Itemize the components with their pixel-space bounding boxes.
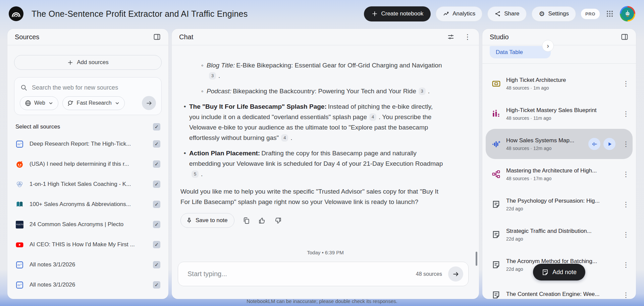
youtube-icon <box>15 241 24 249</box>
report-icon <box>491 260 501 270</box>
notebook-doc-icon: m+ <box>15 281 24 289</box>
create-notebook-button[interactable]: Create notebook <box>364 6 431 21</box>
citation-chip[interactable]: 5 <box>192 170 199 178</box>
chat-input[interactable] <box>187 270 410 278</box>
source-checkbox[interactable]: ✓ <box>153 140 160 148</box>
globe-icon <box>24 100 32 107</box>
chat-bullet: • The "Buy It For Life Basecamp" Splash … <box>180 101 444 143</box>
studio-title: Studio <box>490 33 509 41</box>
flashcards-icon <box>491 79 501 89</box>
web-search-input[interactable] <box>32 84 155 91</box>
source-checkbox[interactable]: ✓ <box>153 221 160 228</box>
studio-row-selected[interactable]: How Sales Systems Map...48 sources · 12m… <box>486 129 633 159</box>
search-submit-button[interactable] <box>142 96 156 110</box>
plecto-icon: PLECTO <box>15 220 24 229</box>
more-options-icon[interactable]: ⋮ <box>621 79 631 88</box>
add-note-button[interactable]: Add note <box>533 264 585 280</box>
svg-text:m: m <box>17 143 20 146</box>
settings-button[interactable]: ⚙ Settings <box>532 6 576 21</box>
avatar-image <box>621 7 634 20</box>
play-icon[interactable] <box>603 138 615 150</box>
select-all-label: Select all sources <box>15 123 60 130</box>
chat-title: Chat <box>179 33 193 41</box>
collapse-panel-icon[interactable] <box>621 33 629 41</box>
source-checkbox[interactable]: ✓ <box>153 241 160 248</box>
bar-chart-icon <box>491 109 501 119</box>
more-options-icon[interactable]: ⋮ <box>464 33 472 41</box>
copy-icon[interactable] <box>243 217 250 224</box>
save-to-note-button[interactable]: Save to note <box>180 213 234 228</box>
svg-text:PLECTO: PLECTO <box>16 224 23 225</box>
plus-icon <box>371 10 378 17</box>
gear-icon: ⚙ <box>539 10 545 17</box>
more-options-icon[interactable]: ⋮ <box>621 200 631 209</box>
chevron-down-icon <box>114 100 120 106</box>
book-icon <box>15 200 24 209</box>
studio-row[interactable]: High Ticket Architecture48 sources · 1m … <box>486 68 633 99</box>
disclaimer-text: NotebookLM can be inaccurate; please dou… <box>0 298 644 304</box>
studio-row[interactable]: Mastering the Architecture of High...48 … <box>486 159 633 189</box>
chevron-down-icon <box>48 100 54 106</box>
web-scope-dropdown[interactable]: Web <box>20 96 58 110</box>
citation-chip[interactable]: 4 <box>281 134 288 142</box>
svg-text:m: m <box>17 263 20 267</box>
thumbs-up-icon[interactable] <box>258 217 266 224</box>
source-row[interactable]: m+ All notes 3/1/2026 ✓ <box>14 275 162 295</box>
select-all-checkbox[interactable]: ✓ <box>153 123 160 131</box>
more-options-icon[interactable]: ⋮ <box>621 290 631 299</box>
more-options-icon[interactable]: ⋮ <box>621 260 631 269</box>
add-sources-button[interactable]: Add sources <box>14 55 162 70</box>
share-button[interactable]: Share <box>487 6 526 21</box>
chat-scrollbar-thumb[interactable] <box>476 252 477 266</box>
source-checkbox[interactable]: ✓ <box>153 160 160 168</box>
thumbs-down-icon[interactable] <box>274 217 282 224</box>
fast-research-icon <box>67 100 74 107</box>
source-checkbox[interactable]: ✓ <box>153 281 160 289</box>
sources-panel: Sources Add sources Web Fast <box>7 29 168 299</box>
analytics-icon <box>443 10 449 17</box>
more-options-icon[interactable]: ⋮ <box>621 169 631 179</box>
pro-badge: PRO <box>581 9 600 19</box>
data-table-chip[interactable]: Data Table <box>490 46 551 58</box>
more-options-icon[interactable]: ⋮ <box>621 230 631 239</box>
plus-icon <box>67 59 73 66</box>
svg-text:+: + <box>20 262 22 266</box>
audio-waveform-icon <box>491 139 501 149</box>
chat-input-bar: 48 sources <box>178 262 469 286</box>
notebooklm-logo-icon[interactable] <box>9 6 23 21</box>
chat-panel: Chat ⋮ ◦ Blog Title:E-Bike Bikepacking: … <box>172 29 479 299</box>
studio-row[interactable]: Strategic Traffic and Distribution...22d… <box>486 219 633 250</box>
bullet-label: Action Plan Placement: <box>189 150 260 157</box>
citation-chip[interactable]: 3 <box>209 72 216 80</box>
source-checkbox[interactable]: ✓ <box>153 261 160 268</box>
studio-row[interactable]: High-Ticket Mastery Sales Blueprint48 so… <box>486 99 633 129</box>
more-options-icon[interactable]: ⋮ <box>621 139 631 149</box>
source-row[interactable]: 100+ Sales Acronyms & Abbreviations... ✓ <box>14 194 162 214</box>
source-checkbox[interactable]: ✓ <box>153 201 160 208</box>
citation-chip[interactable]: 3 <box>419 88 426 95</box>
source-checkbox[interactable]: ✓ <box>153 181 160 188</box>
notebook-title[interactable]: The One-Sentence Profit Extractor and AI… <box>32 9 248 19</box>
bullet-label: The "Buy It For Life Basecamp" Splash Pa… <box>189 103 327 110</box>
source-row[interactable]: (USA) I need help determining if this r.… <box>14 154 162 174</box>
avatar[interactable] <box>620 6 635 21</box>
studio-row[interactable]: The Content Creation Engine: Wee... ⋮ <box>486 280 633 299</box>
chevron-right-icon[interactable]: › <box>542 40 554 52</box>
source-row[interactable]: 1-on-1 High Ticket Sales Coaching - K...… <box>14 174 162 194</box>
studio-row[interactable]: The Psychology of Persuasion: Hig...22d … <box>486 189 633 219</box>
research-mode-dropdown[interactable]: Fast Research <box>62 96 125 110</box>
source-row[interactable]: AI CEO: THIS is How I'd Make My First ..… <box>14 235 162 255</box>
report-icon <box>491 230 501 240</box>
send-button[interactable] <box>448 266 463 282</box>
source-row[interactable]: m+ Deep Research Report: The High-Tick..… <box>14 134 162 154</box>
source-row[interactable]: m+ All notes 3/1/2026 ✓ <box>14 255 162 275</box>
source-row[interactable]: PLECTO 24 Common Sales Acronyms | Plecto… <box>14 214 162 235</box>
interactive-mode-icon[interactable] <box>588 138 600 150</box>
more-options-icon[interactable]: ⋮ <box>621 109 631 118</box>
collapse-panel-icon[interactable] <box>153 33 161 41</box>
apps-grid-icon[interactable] <box>605 9 615 19</box>
chat-settings-icon[interactable] <box>447 33 455 41</box>
chat-timestamp: Today • 6:39 PM <box>172 250 479 255</box>
citation-chip[interactable]: 4 <box>369 113 376 121</box>
analytics-button[interactable]: Analytics <box>436 6 482 21</box>
